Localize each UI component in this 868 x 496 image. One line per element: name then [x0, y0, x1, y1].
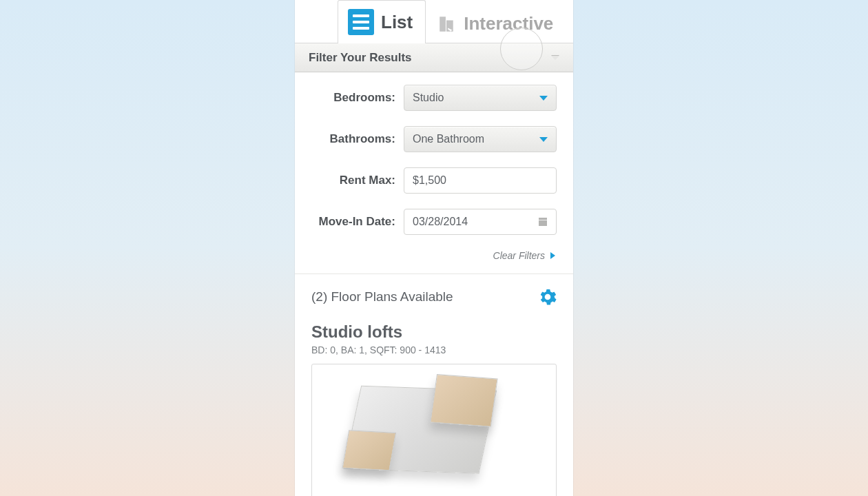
filter-header[interactable]: Filter Your Results [295, 43, 573, 72]
plan-title: Studio lofts [311, 322, 557, 342]
chevron-down-icon [551, 56, 559, 60]
floor-plan-illustration [335, 371, 533, 495]
plan-meta: BD: 0, BA: 1, SQFT: 900 - 1413 [311, 344, 557, 355]
bedrooms-label: Bedrooms: [307, 91, 404, 105]
tab-interactive-label: Interactive [464, 13, 553, 34]
movein-input[interactable]: 03/28/2014 [404, 209, 557, 235]
building-cursor-icon [436, 14, 457, 34]
plan-image [311, 364, 557, 496]
movein-value: 03/28/2014 [413, 216, 468, 228]
tab-list[interactable]: List [338, 0, 426, 43]
filter-header-title: Filter Your Results [309, 51, 412, 65]
tab-interactive[interactable]: Interactive [426, 4, 566, 43]
view-tabs: List Interactive [295, 0, 573, 43]
bathrooms-value: One Bathroom [413, 133, 484, 145]
dropdown-caret-icon [539, 96, 548, 101]
arrow-right-icon [550, 252, 555, 259]
calendar-icon [537, 216, 549, 228]
movein-label: Move-In Date: [307, 215, 404, 229]
bathrooms-select[interactable]: One Bathroom [404, 126, 557, 152]
floor-plan-card[interactable]: Studio lofts BD: 0, BA: 1, SQFT: 900 - 1… [311, 322, 557, 496]
bedrooms-value: Studio [413, 92, 444, 104]
rent-max-value: $1,500 [413, 174, 446, 187]
results-section: (2) Floor Plans Available Studio lofts B… [295, 274, 573, 496]
dropdown-caret-icon [539, 137, 548, 142]
rent-max-label: Rent Max: [307, 174, 404, 187]
rent-max-input[interactable]: $1,500 [404, 167, 557, 194]
list-icon [348, 9, 374, 35]
results-count: (2) Floor Plans Available [311, 289, 453, 304]
bathrooms-label: Bathrooms: [307, 132, 404, 146]
settings-gear-button[interactable] [539, 288, 557, 306]
clear-filters-link[interactable]: Clear Filters [493, 250, 545, 261]
bedrooms-select[interactable]: Studio [404, 85, 557, 111]
app-frame: List Interactive Filter Your Results Bed… [295, 0, 573, 496]
filter-body: Bedrooms: Studio Bathrooms: One Bathroom… [295, 72, 573, 274]
tab-list-label: List [381, 12, 413, 33]
